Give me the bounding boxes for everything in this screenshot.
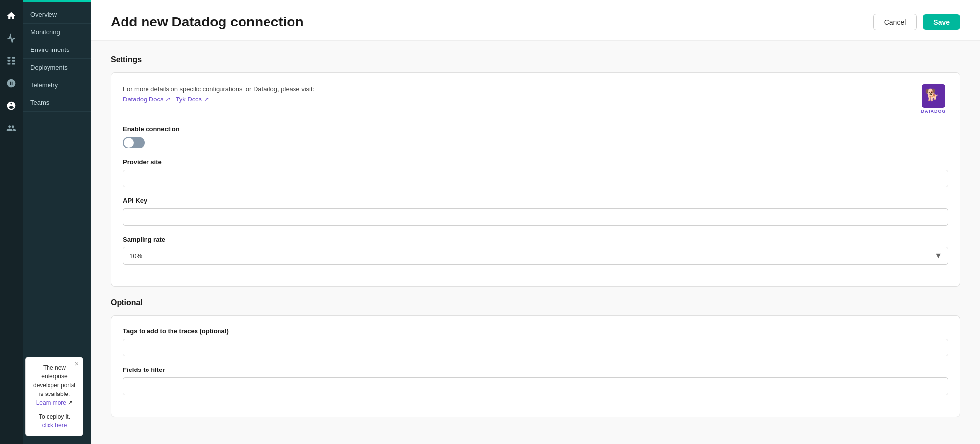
enterprise-portal-tooltip: × The new enterprise developer portal is…	[25, 357, 83, 436]
sidebar-icon-column	[0, 0, 23, 444]
nav-icon-monitoring[interactable]	[4, 31, 18, 45]
close-tooltip-button[interactable]: ×	[75, 360, 79, 367]
provider-site-label: Provider site	[123, 158, 948, 166]
info-banner: For more details on specific configurati…	[123, 84, 948, 114]
page-title: Add new Datadog connection	[111, 14, 304, 30]
tags-group: Tags to add to the traces (optional)	[123, 327, 948, 356]
svg-text:🐕: 🐕	[925, 88, 939, 102]
tags-label: Tags to add to the traces (optional)	[123, 327, 948, 335]
sampling-rate-group: Sampling rate 10% 20% 30% 50% 100% ▼	[123, 236, 948, 265]
settings-card: For more details on specific configurati…	[111, 72, 960, 287]
click-here-link[interactable]: click here	[42, 422, 67, 429]
enable-connection-group: Enable connection	[123, 125, 948, 148]
tyk-docs-link[interactable]: Tyk Docs ↗	[176, 96, 209, 103]
nav-icon-home[interactable]	[4, 9, 18, 23]
save-button[interactable]: Save	[923, 14, 960, 30]
deploy-text: To deploy it,	[32, 412, 77, 421]
optional-card: Tags to add to the traces (optional) Fie…	[111, 315, 960, 417]
learn-more-link[interactable]: Learn more	[36, 399, 66, 406]
tyk-docs-label: Tyk Docs	[176, 96, 202, 103]
sidebar-item-monitoring[interactable]: Monitoring	[23, 24, 91, 41]
svg-rect-4	[12, 60, 15, 61]
enable-connection-toggle[interactable]	[123, 137, 145, 148]
datadog-logo-label: DATADOG	[921, 109, 946, 114]
tooltip-message: The new enterprise developer portal is a…	[32, 363, 77, 398]
sampling-rate-label: Sampling rate	[123, 236, 948, 243]
info-text: For more details on specific configurati…	[123, 85, 314, 93]
main-content-area: Add new Datadog connection Cancel Save S…	[91, 0, 980, 444]
info-banner-text: For more details on specific configurati…	[123, 84, 314, 105]
api-key-input[interactable]	[123, 208, 948, 226]
sampling-rate-select[interactable]: 10% 20% 30% 50% 100%	[123, 247, 948, 265]
header-actions: Cancel Save	[873, 14, 960, 30]
nav-icon-teams[interactable]	[4, 122, 18, 135]
datadog-logo-svg: 🐕	[922, 84, 945, 108]
sidebar-item-deployments[interactable]: Deployments	[23, 59, 91, 76]
svg-rect-5	[12, 63, 15, 64]
sidebar-item-overview[interactable]: Overview	[23, 6, 91, 24]
fields-filter-group: Fields to filter	[123, 366, 948, 395]
provider-site-group: Provider site	[123, 158, 948, 187]
external-link-icon-1: ↗	[165, 96, 171, 103]
svg-rect-2	[8, 63, 11, 64]
settings-section-title: Settings	[111, 55, 960, 64]
api-key-label: API Key	[123, 197, 948, 204]
sidebar: Overview Monitoring Environments Deploym…	[0, 0, 91, 444]
nav-icon-environments[interactable]	[4, 54, 18, 68]
sidebar-item-telemetry[interactable]: Telemetry	[23, 76, 91, 94]
svg-rect-1	[8, 60, 11, 61]
sampling-rate-select-wrapper: 10% 20% 30% 50% 100% ▼	[123, 247, 948, 265]
form-content: Settings For more details on specific co…	[91, 41, 980, 444]
sidebar-item-teams[interactable]: Teams	[23, 94, 91, 112]
svg-rect-0	[8, 57, 11, 59]
api-key-group: API Key	[123, 197, 948, 226]
cancel-button[interactable]: Cancel	[873, 14, 917, 30]
external-link-icon-2: ↗	[204, 96, 209, 103]
nav-icon-telemetry[interactable]	[4, 99, 18, 113]
page-header: Add new Datadog connection Cancel Save	[91, 0, 980, 41]
svg-rect-3	[12, 57, 15, 59]
datadog-docs-link[interactable]: Datadog Docs ↗	[123, 96, 172, 103]
fields-filter-label: Fields to filter	[123, 366, 948, 373]
enable-connection-label: Enable connection	[123, 125, 948, 133]
sidebar-nav: Overview Monitoring Environments Deploym…	[23, 2, 91, 357]
toggle-knob	[124, 138, 134, 148]
tags-input[interactable]	[123, 339, 948, 356]
provider-site-input[interactable]	[123, 170, 948, 187]
datadog-docs-label: Datadog Docs	[123, 96, 163, 103]
optional-section-title: Optional	[111, 298, 960, 307]
nav-icon-deployments[interactable]	[4, 76, 18, 90]
fields-filter-input[interactable]	[123, 377, 948, 395]
datadog-logo: 🐕 DATADOG	[919, 84, 948, 114]
sidebar-item-environments[interactable]: Environments	[23, 41, 91, 59]
